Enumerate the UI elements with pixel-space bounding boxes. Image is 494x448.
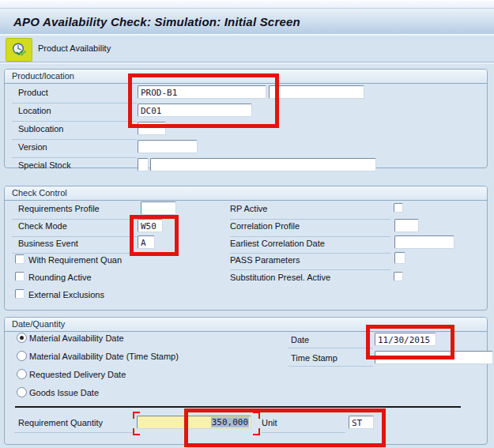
group-date-quantity-title: Date/Quantity: [12, 319, 65, 329]
product-label: Product: [18, 88, 48, 97]
screen-titlebar: APO Availability Check: Simulation: Init…: [0, 9, 494, 36]
group-check-control: Check Control Requirements Profile Check…: [4, 186, 488, 311]
rounding-active-label: Rounding Active: [28, 273, 92, 282]
sublocation-label: Sublocation: [18, 124, 64, 134]
requirement-quantity-input[interactable]: 350,000: [137, 416, 251, 429]
cursor-corner-marker: [253, 428, 260, 435]
pass-parameters-input[interactable]: [394, 252, 405, 264]
date-input[interactable]: [375, 333, 436, 346]
rp-active-checkbox[interactable]: [394, 203, 403, 213]
row-divider: [262, 432, 345, 433]
application-toolbar: Product Availability: [0, 36, 494, 62]
group-product-location-header: [5, 70, 487, 84]
rp-active-label: RP Active: [230, 204, 268, 213]
requirement-quantity-label: Requirement Quantity: [18, 418, 103, 427]
check-mode-label: Check Mode: [18, 221, 67, 231]
quantity-separator-line: [15, 406, 461, 408]
row-divider: [12, 219, 138, 220]
special-stock-label: Special Stock: [18, 160, 71, 170]
date-label: Date: [291, 335, 309, 344]
requested-delivery-date-radio[interactable]: [17, 369, 27, 379]
material-availability-date-timestamp-radio[interactable]: [17, 351, 27, 361]
unit-label: Unit: [262, 418, 277, 427]
row-divider: [12, 157, 137, 158]
requirements-profile-label: Requirements Profile: [18, 204, 100, 213]
group-date-quantity: Date/Quantity Material Availability Date…: [4, 317, 488, 445]
earliest-correlation-date-input[interactable]: [394, 235, 454, 249]
check-mode-input[interactable]: [138, 219, 163, 232]
location-label: Location: [18, 106, 51, 115]
external-exclusions-checkbox[interactable]: [15, 289, 25, 299]
special-stock-description-input[interactable]: [150, 158, 376, 171]
material-availability-date-label: Material Availability Date: [29, 333, 124, 343]
row-divider: [230, 236, 390, 237]
execute-clock-check-icon: [11, 42, 28, 58]
special-stock-indicator-input[interactable]: [138, 158, 149, 171]
business-event-input[interactable]: [138, 235, 155, 249]
substitution-presel-active-label: Substitution Presel. Active: [230, 273, 330, 282]
group-product-location-title: Product/location: [12, 71, 74, 81]
product-availability-button[interactable]: Product Availability: [38, 43, 111, 53]
row-divider: [288, 348, 373, 348]
group-product-location: Product/location Product Location Subloc…: [4, 69, 488, 168]
row-divider: [288, 366, 373, 367]
correlation-profile-input[interactable]: [394, 219, 419, 232]
row-divider: [12, 236, 138, 237]
product-description-input[interactable]: [269, 85, 364, 99]
group-check-control-header: [5, 186, 487, 201]
requested-delivery-date-label: Requested Delivery Date: [29, 370, 126, 379]
business-event-label: Business Event: [18, 239, 78, 248]
goods-issue-date-label: Goods Issue Date: [29, 388, 99, 397]
group-check-control-title: Check Control: [12, 188, 67, 198]
time-stamp-input[interactable]: [375, 351, 493, 364]
page-title: APO Availability Check: Simulation: Init…: [13, 15, 300, 28]
group-date-quantity-header: [5, 318, 487, 332]
execute-button[interactable]: [6, 38, 32, 62]
product-input[interactable]: [138, 85, 266, 99]
time-stamp-label: Time Stamp: [291, 353, 338, 363]
location-input[interactable]: [138, 104, 252, 117]
material-availability-date-radio[interactable]: [17, 333, 27, 343]
row-divider: [14, 432, 134, 433]
external-exclusions-label: External Exclusions: [28, 290, 104, 299]
sap-window: APO Availability Check: Simulation: Init…: [0, 0, 494, 448]
row-divider: [12, 121, 137, 122]
correlation-profile-label: Correlation Profile: [230, 221, 300, 231]
row-divider: [230, 269, 390, 270]
with-requirement-quan-checkbox[interactable]: [15, 254, 25, 264]
requirements-profile-input[interactable]: [141, 201, 176, 215]
toolbar-divider: [0, 62, 494, 64]
substitution-presel-active-checkbox[interactable]: [394, 272, 403, 281]
version-input[interactable]: [138, 140, 198, 153]
row-divider: [12, 253, 138, 254]
version-label: Version: [18, 142, 47, 152]
row-divider: [230, 253, 390, 254]
unit-input[interactable]: [349, 416, 374, 429]
pass-parameters-label: PASS Parameters: [230, 255, 300, 265]
window-top-strip: [0, 0, 494, 9]
with-requirement-quan-label: With Requirement Quan: [28, 255, 122, 265]
sublocation-input[interactable]: [138, 122, 166, 135]
row-divider: [12, 139, 137, 140]
goods-issue-date-radio[interactable]: [17, 387, 27, 397]
row-divider: [230, 219, 390, 220]
requirement-quantity-value: 350,000: [211, 417, 249, 427]
row-divider: [12, 103, 137, 104]
material-availability-date-timestamp-label: Material Availability Date (Time Stamp): [29, 352, 179, 361]
earliest-correlation-date-label: Earliest Correlation Date: [230, 239, 325, 248]
rounding-active-checkbox[interactable]: [15, 272, 25, 281]
cursor-corner-marker: [253, 412, 260, 419]
